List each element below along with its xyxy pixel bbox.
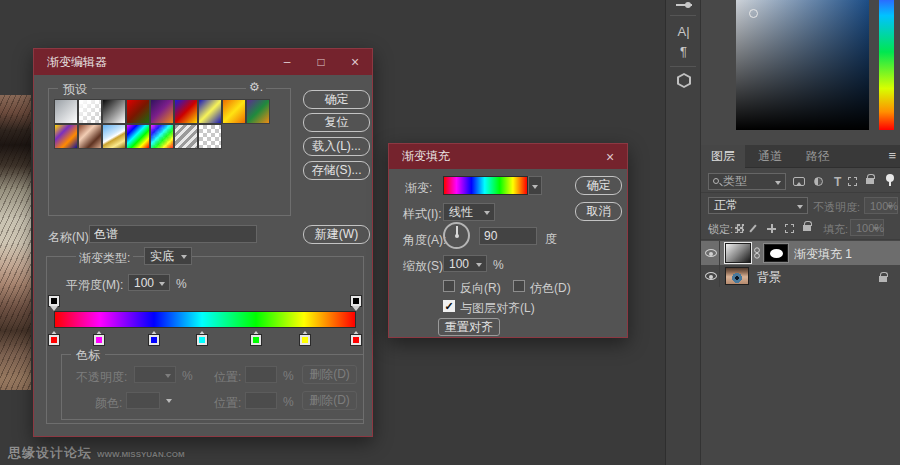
filter-smartobject-icon[interactable] <box>866 173 874 186</box>
stops-group-label: 色标 <box>71 347 105 364</box>
tab-layers[interactable]: 图层 <box>701 145 745 168</box>
lock-artboard-icon[interactable] <box>785 220 794 235</box>
fill-dropdown[interactable]: 100% <box>850 219 884 236</box>
fill-ok-button[interactable]: 确定 <box>575 176 622 195</box>
ok-button[interactable]: 确定 <box>303 90 370 109</box>
gradient-preset-1[interactable] <box>78 99 102 124</box>
opacity-stop[interactable] <box>351 296 361 310</box>
layer-mask-thumbnail[interactable] <box>764 244 788 262</box>
maximize-icon[interactable]: □ <box>304 55 338 69</box>
filter-image-icon[interactable] <box>793 173 805 188</box>
gradient-preset-14[interactable] <box>174 124 198 149</box>
layer-row-gradient-fill[interactable]: 渐变填充 1 <box>701 241 900 265</box>
lock-all-icon[interactable] <box>803 220 811 233</box>
load-button[interactable]: 载入(L)... <box>303 137 370 156</box>
scale-dropdown[interactable]: 100 <box>443 255 487 272</box>
background-thumbnail[interactable] <box>725 267 749 285</box>
eye-icon[interactable] <box>705 272 717 280</box>
gradient-preset-7[interactable] <box>222 99 246 124</box>
color-stop[interactable] <box>351 331 361 345</box>
color-picker-panel <box>701 0 900 145</box>
gradient-preset-6[interactable] <box>198 99 222 124</box>
fill-gradient-dropdown[interactable] <box>528 176 542 195</box>
opacity-stop[interactable] <box>49 296 59 310</box>
gradient-preset-8[interactable] <box>246 99 270 124</box>
blend-mode-row: 正常 不透明度: 100% <box>701 195 900 217</box>
gradient-fill-dialog: 渐变填充 × 渐变: 确定 取消 样式(I): 线性 角度(A): 度 缩放(S… <box>388 143 628 338</box>
angle-dial[interactable] <box>443 222 470 249</box>
eye-icon[interactable] <box>705 249 717 257</box>
gradient-fill-titlebar[interactable]: 渐变填充 × <box>389 144 627 169</box>
color-stop[interactable] <box>300 331 310 345</box>
filter-shape-icon[interactable] <box>848 173 857 188</box>
color-stop[interactable] <box>49 331 59 345</box>
gradient-preset-3[interactable] <box>126 99 150 124</box>
align-label: 与图层对齐(L) <box>460 300 535 317</box>
layer-name[interactable]: 背景 <box>757 269 781 286</box>
lock-pixels-icon[interactable] <box>752 220 754 235</box>
gradient-preset-11[interactable] <box>102 124 126 149</box>
gradient-editor-titlebar[interactable]: 渐变编辑器 – □ × <box>34 49 372 75</box>
color-stop[interactable] <box>94 331 104 345</box>
character-panel-icon[interactable]: A| <box>666 24 701 39</box>
gradient-fill-thumbnail[interactable] <box>725 243 751 263</box>
panel-menu-icon[interactable]: ≡ <box>888 148 896 163</box>
properties-icon[interactable] <box>676 4 692 6</box>
watermark: 思缘设计论坛WWW.MISSYUAN.COM <box>8 444 185 462</box>
close-icon[interactable]: × <box>338 54 372 70</box>
canvas-photo-eye <box>0 95 31 390</box>
blend-mode-dropdown[interactable]: 正常 <box>708 197 808 214</box>
align-checkbox[interactable]: ✓ <box>443 300 455 312</box>
color-stop[interactable] <box>251 331 261 345</box>
layer-row-background[interactable]: 背景 <box>701 265 900 287</box>
layer-name[interactable]: 渐变填充 1 <box>794 246 852 263</box>
new-button[interactable]: 新建(W) <box>303 225 370 244</box>
opacity-dropdown[interactable]: 100% <box>864 197 898 214</box>
gradient-preset-10[interactable] <box>78 124 102 149</box>
gradient-preset-0[interactable] <box>54 99 78 124</box>
close-icon[interactable]: × <box>593 149 627 165</box>
lock-position-icon[interactable] <box>767 220 776 235</box>
3d-panel-icon[interactable] <box>677 73 691 88</box>
hue-slider[interactable] <box>879 0 894 130</box>
paragraph-panel-icon[interactable]: ¶ <box>666 44 701 59</box>
name-input[interactable] <box>89 225 257 243</box>
gradient-preset-4[interactable] <box>150 99 174 124</box>
angle-input[interactable] <box>479 227 537 245</box>
blend-mode-value: 正常 <box>714 197 738 214</box>
preset-swatches <box>54 99 282 149</box>
dither-checkbox[interactable] <box>513 280 525 292</box>
gradient-type-dropdown[interactable]: 实底 <box>144 247 192 265</box>
delete-stop2-button: 删除(D) <box>302 391 357 410</box>
saturation-square[interactable] <box>736 0 869 130</box>
reset-align-button[interactable]: 重置对齐 <box>438 318 500 336</box>
save-button[interactable]: 存储(S)... <box>303 161 370 180</box>
gradient-preset-2[interactable] <box>102 99 126 124</box>
color-stop[interactable] <box>149 331 159 345</box>
smoothness-dropdown[interactable]: 100 <box>128 274 170 291</box>
gradient-preset-15[interactable] <box>198 124 222 149</box>
filter-type-icon[interactable]: T <box>834 175 841 189</box>
filter-adjustment-icon[interactable] <box>814 173 823 188</box>
filter-toggle-icon[interactable] <box>886 174 894 182</box>
gradient-preset-5[interactable] <box>174 99 198 124</box>
gear-icon[interactable]: ⚙. <box>246 80 266 94</box>
color-stop[interactable] <box>197 331 207 345</box>
color-cursor[interactable] <box>749 9 758 18</box>
minimize-icon[interactable]: – <box>270 55 304 69</box>
gradient-preview-bar[interactable] <box>54 311 356 328</box>
gradient-preset-9[interactable] <box>54 124 78 149</box>
reset-button[interactable]: 复位 <box>303 113 370 132</box>
presets-label: 预设 <box>58 81 92 98</box>
style-dropdown[interactable]: 线性 <box>443 203 495 221</box>
gradient-preset-12[interactable] <box>126 124 150 149</box>
angle-unit: 度 <box>545 231 557 248</box>
fill-cancel-button[interactable]: 取消 <box>575 202 622 221</box>
tab-paths[interactable]: 路径 <box>796 145 840 168</box>
gradient-preset-13[interactable] <box>150 124 174 149</box>
fill-gradient-preview[interactable] <box>443 176 528 195</box>
lock-transparency-icon[interactable] <box>735 220 744 235</box>
tab-channels[interactable]: 通道 <box>748 145 792 168</box>
filter-kind-dropdown[interactable]: 类型 <box>708 173 786 190</box>
reverse-checkbox[interactable] <box>443 280 455 292</box>
